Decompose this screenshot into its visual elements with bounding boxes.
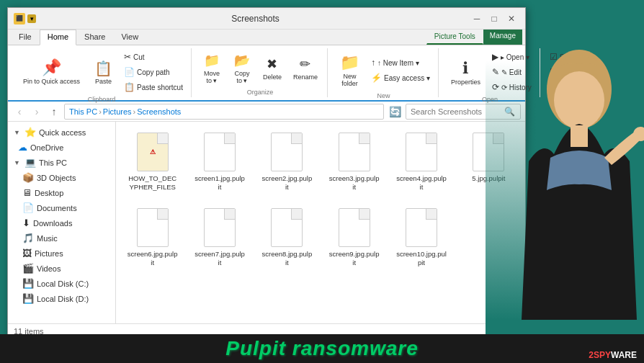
file-icon-3 — [406, 133, 437, 171]
file-item-ransom[interactable]: ⚠ HOW_TO_DECYPHER_FILES — [122, 127, 183, 197]
sidebar-item-3d-objects[interactable]: 📦 3D Objects — [8, 170, 115, 185]
maximize-button[interactable]: □ — [486, 11, 502, 27]
tab-share[interactable]: Share — [76, 30, 113, 45]
file-name-0: screen1.jpg.pulpit — [194, 174, 245, 192]
new-item-button[interactable]: ↑ ↑ New Item ▾ — [367, 55, 434, 70]
move-icon: 📁 — [204, 53, 220, 68]
quick-access-arrow: ▼ — [14, 129, 20, 136]
paste-shortcut-button[interactable]: 📋 Paste shortcut — [120, 80, 187, 94]
sidebar-item-onedrive[interactable]: ☁ OneDrive — [8, 140, 115, 155]
paste-label: Paste — [95, 78, 112, 85]
sidebar-item-videos[interactable]: 🎬 Videos — [8, 261, 115, 276]
pin-quick-access-button[interactable]: 📌 Pin to Quick access — [17, 55, 86, 89]
properties-button[interactable]: ℹ Properties — [444, 55, 487, 89]
forward-button[interactable]: › — [30, 104, 44, 119]
music-icon: 🎵 — [22, 233, 34, 243]
sidebar-item-this-pc[interactable]: ▼ 💻 This PC — [8, 155, 115, 170]
file-icon-8 — [339, 208, 370, 247]
copy-path-label: Copy path — [137, 68, 170, 76]
sidebar-item-local-c[interactable]: 💾 Local Disk (C:) — [8, 276, 115, 291]
file-icon-1 — [271, 133, 303, 171]
paste-button[interactable]: 📋 Paste — [88, 56, 119, 89]
pin-icon: 📌 — [42, 58, 61, 77]
tab-manage[interactable]: Manage — [483, 30, 522, 45]
pin-label: Pin to Quick access — [23, 78, 80, 86]
quick-access-icon: ⭐ — [24, 127, 36, 138]
drive-c-icon: 💾 — [22, 278, 34, 289]
quick-access-label: Quick access — [39, 128, 86, 137]
tab-view[interactable]: View — [113, 30, 146, 45]
file-explorer-window: ⬛ ▾ Screenshots ─ □ ✕ File Home Share Vi… — [7, 7, 526, 339]
sidebar-item-quick-access[interactable]: ▼ ⭐ Quick access — [8, 125, 115, 140]
up-button[interactable]: ↑ — [47, 104, 61, 119]
tab-picture-tools[interactable]: Picture Tools — [426, 30, 483, 45]
delete-button[interactable]: ✖ Delete — [258, 53, 287, 84]
ribbon-tabs: File Home Share View Picture Tools Manag… — [8, 30, 525, 45]
new-folder-button[interactable]: 📁 Newfolder — [334, 50, 366, 91]
cut-button[interactable]: ✂ Cut — [120, 50, 187, 64]
copy-path-button[interactable]: 📄 Copy path — [120, 65, 187, 79]
file-icon-2 — [339, 133, 370, 171]
organize-group-label: Organize — [197, 87, 323, 96]
sidebar-item-pictures[interactable]: 🖼 Pictures — [8, 246, 115, 261]
this-pc-arrow: ▼ — [14, 159, 20, 166]
file-item-7[interactable]: screen8.jpg.pulpit — [256, 203, 318, 273]
file-area: ⚠ HOW_TO_DECYPHER_FILES screen1.jpg.pulp… — [116, 122, 525, 323]
file-item-0[interactable]: screen1.jpg.pulpit — [189, 127, 250, 197]
title-controls: ─ □ ✕ — [469, 11, 519, 27]
cut-label: Cut — [133, 53, 145, 61]
file-item-9[interactable]: screen10.jpg.pulpit — [390, 203, 452, 273]
tab-home[interactable]: Home — [40, 30, 76, 45]
file-item-6[interactable]: screen7.jpg.pulpit — [189, 203, 250, 273]
ribbon: 📌 Pin to Quick access 📋 Paste ✂ Cut � — [8, 45, 525, 102]
close-button[interactable]: ✕ — [504, 11, 519, 27]
file-item-2[interactable]: screen3.jpg.pulpit — [323, 127, 385, 197]
move-to-button[interactable]: 📁 Moveto ▾ — [197, 50, 226, 87]
file-item-3[interactable]: screen4.jpg.pulpit — [390, 127, 452, 197]
minimize-button[interactable]: ─ — [469, 11, 485, 27]
sidebar-item-local-d[interactable]: 💾 Local Disk (D:) — [8, 291, 115, 306]
path-screenshots[interactable]: Screenshots — [137, 107, 181, 116]
ransom-file-icon: ⚠ — [137, 133, 169, 171]
file-name-8: screen9.jpg.pulpit — [328, 250, 380, 268]
documents-icon: 📄 — [22, 202, 34, 213]
sidebar-item-desktop[interactable]: 🖥 Desktop — [8, 185, 115, 200]
path-sep-1: › — [99, 107, 102, 116]
new-folder-label: Newfolder — [341, 73, 358, 87]
copy-icon: 📂 — [234, 53, 250, 68]
file-item-5[interactable]: screen6.jpg.pulpit — [122, 203, 183, 273]
paste-icon: 📋 — [94, 60, 112, 77]
person-overlay — [486, 46, 644, 334]
ransom-file-name: HOW_TO_DECYPHER_FILES — [127, 174, 178, 192]
file-icon-5 — [137, 208, 169, 247]
rename-icon: ✏ — [300, 56, 310, 72]
copy-to-button[interactable]: 📂 Copyto ▾ — [228, 50, 256, 87]
this-pc-label: This PC — [39, 158, 67, 167]
path-pictures[interactable]: Pictures — [103, 107, 132, 116]
path-sep-2: › — [133, 107, 136, 116]
sidebar-item-documents[interactable]: 📄 Documents — [8, 200, 115, 215]
organize-buttons: 📁 Moveto ▾ 📂 Copyto ▾ ✖ Delete ✏ Rename — [197, 50, 323, 87]
file-item-1[interactable]: screen2.jpg.pulpit — [256, 127, 318, 197]
sidebar: ▼ ⭐ Quick access ☁ OneDrive ▼ 💻 This PC … — [8, 122, 116, 323]
clipboard-col: 📋 Paste — [88, 56, 119, 89]
title-bar-icons: ⬛ ▾ — [14, 13, 36, 24]
title-bar: ⬛ ▾ Screenshots ─ □ ✕ — [8, 8, 525, 30]
sidebar-item-music[interactable]: 🎵 Music — [8, 230, 115, 246]
delete-label: Delete — [263, 73, 282, 81]
refresh-button[interactable]: 🔄 — [387, 104, 403, 120]
banner-logo: 2SPYWARE — [589, 350, 637, 360]
videos-label: Videos — [37, 264, 61, 273]
rename-button[interactable]: ✏ Rename — [288, 53, 323, 84]
paste-shortcut-icon: 📋 — [124, 82, 135, 92]
tab-file[interactable]: File — [11, 30, 40, 45]
address-path[interactable]: This PC › Pictures › Screenshots — [64, 104, 384, 120]
back-button[interactable]: ‹ — [12, 104, 27, 119]
sidebar-item-downloads[interactable]: ⬇ Downloads — [8, 215, 115, 230]
clipboard-group-label: Clipboard — [17, 94, 187, 103]
easy-access-button[interactable]: ⚡ Easy access ▾ — [367, 71, 434, 85]
path-this-pc[interactable]: This PC — [69, 107, 97, 116]
file-name-6: screen7.jpg.pulpit — [194, 250, 245, 268]
file-item-8[interactable]: screen9.jpg.pulpit — [323, 203, 385, 273]
paste-shortcut-label: Paste shortcut — [137, 84, 183, 91]
